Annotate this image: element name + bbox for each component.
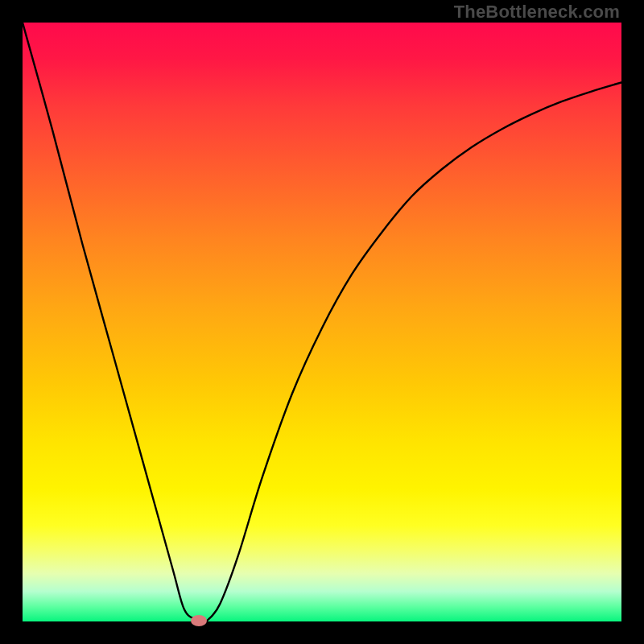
chart-frame: TheBottleneck.com [0,0,644,644]
attribution-text: TheBottleneck.com [454,2,620,23]
optimal-point-marker [191,615,207,626]
bottleneck-curve-path [23,23,621,621]
chart-curve-svg [23,23,621,621]
